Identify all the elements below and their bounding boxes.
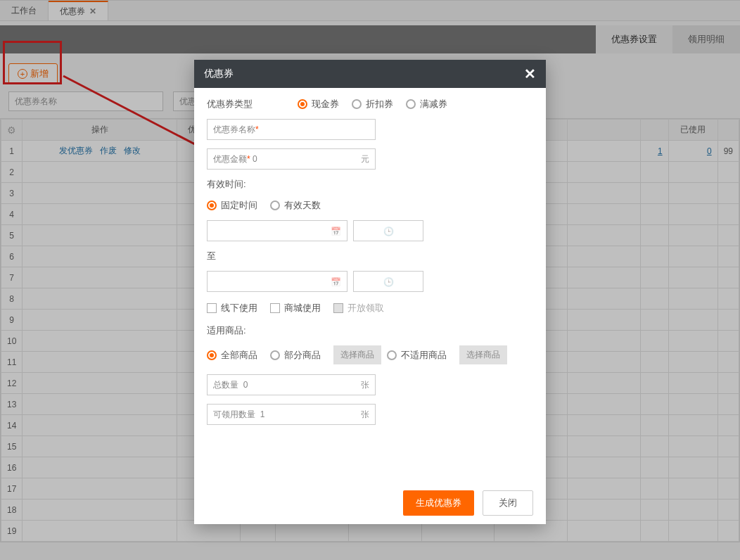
to-label: 至 <box>207 250 216 262</box>
calendar-icon <box>331 276 341 287</box>
clock-icon <box>383 226 394 236</box>
select-goods-button-1: 选择商品 <box>333 345 381 364</box>
claim-qty-input[interactable]: 可领用数量 1 张 <box>207 404 376 425</box>
start-time-input[interactable] <box>353 220 423 241</box>
radio-fixed-time[interactable]: 固定时间 <box>207 199 257 212</box>
radio-goods-none[interactable]: 不适用商品 <box>387 349 447 362</box>
amount-input[interactable]: 优惠金额* 0 元 <box>207 148 376 170</box>
radio-discount[interactable]: 折扣券 <box>352 98 393 110</box>
total-qty-input[interactable]: 总数量 0 张 <box>207 374 376 395</box>
radio-valid-days[interactable]: 有效天数 <box>270 199 321 212</box>
start-date-input[interactable] <box>207 220 347 241</box>
radio-cash[interactable]: 现金券 <box>298 98 339 110</box>
coupon-name-input[interactable]: 优惠券名称* <box>207 119 376 140</box>
check-open: 开放领取 <box>333 302 384 314</box>
clock-icon <box>383 276 394 287</box>
check-mall[interactable]: 商城使用 <box>270 302 321 314</box>
valid-label: 有效时间: <box>207 178 246 191</box>
select-goods-button-2: 选择商品 <box>459 345 507 364</box>
dialog-footer: 生成优惠券 关闭 <box>194 482 546 524</box>
radio-full[interactable]: 满减券 <box>406 98 447 110</box>
coupon-dialog: 优惠券 ✕ 优惠券类型 现金券 折扣券 满减券 优惠券名称* 优惠金额* 0 元 <box>194 60 546 524</box>
type-label: 优惠券类型 <box>207 98 253 110</box>
radio-goods-part[interactable]: 部分商品 <box>270 349 321 362</box>
submit-button[interactable]: 生成优惠券 <box>403 490 474 516</box>
radio-goods-all[interactable]: 全部商品 <box>207 349 257 362</box>
close-button[interactable]: 关闭 <box>483 490 533 516</box>
modal-overlay: 优惠券 ✕ 优惠券类型 现金券 折扣券 满减券 优惠券名称* 优惠金额* 0 元 <box>0 0 740 560</box>
end-date-input[interactable] <box>207 271 347 292</box>
check-offline[interactable]: 线下使用 <box>207 302 257 314</box>
dialog-header: 优惠券 ✕ <box>194 60 546 88</box>
goods-label: 适用商品: <box>207 324 246 337</box>
end-time-input[interactable] <box>353 271 423 292</box>
close-icon[interactable]: ✕ <box>524 65 536 82</box>
dialog-title: 优惠券 <box>204 68 234 80</box>
calendar-icon <box>331 226 341 236</box>
dialog-body: 优惠券类型 现金券 折扣券 满减券 优惠券名称* 优惠金额* 0 元 有效时间:… <box>194 88 546 482</box>
